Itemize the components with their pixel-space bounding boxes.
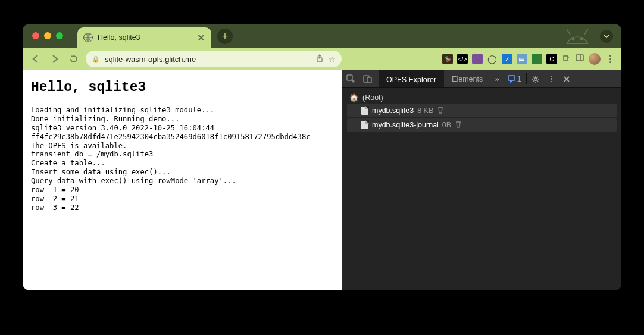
tab-search-button[interactable] [600,30,613,43]
opfs-file-row[interactable]: mydb.sqlite38 KB [347,104,617,117]
browser-tab-active[interactable]: Hello, sqlite3 [77,27,211,48]
globe-icon [83,33,93,42]
address-bar[interactable]: 🔒 sqlite-wasm-opfs.glitch.me ☆ [86,51,342,67]
devtools-settings-button[interactable] [528,70,543,87]
close-tab-button[interactable] [197,33,205,42]
file-size: 8 KB [417,107,433,115]
devtools-menu-button[interactable] [543,70,559,87]
ext-blue-check[interactable]: ✓ [502,54,512,64]
opfs-root-node[interactable]: 🏠 (Root) [347,92,617,103]
opfs-file-row[interactable]: mydb.sqlite3-journal0B [347,118,617,132]
file-size: 0B [442,121,451,129]
rendered-page: Hello, sqlite3 Loading and initializing … [23,70,342,290]
minimize-window-button[interactable] [44,32,51,39]
devtools-tab-elements[interactable]: Elements [444,70,490,87]
svg-point-11 [534,77,537,80]
opfs-tree: 🏠 (Root) mydb.sqlite38 KBmydb.sqlite3-jo… [342,88,621,135]
new-tab-button[interactable]: + [217,29,233,44]
forward-button[interactable] [48,52,62,66]
reload-button[interactable] [67,52,81,66]
devtools-panel: OPFS Explorer Elements » 1 [342,70,621,290]
extensions-button[interactable] [561,53,571,65]
svg-rect-9 [367,77,371,83]
inspect-element-button[interactable] [342,70,359,87]
svg-line-1 [584,30,587,35]
delete-file-button[interactable] [455,120,462,130]
ext-black-c[interactable]: C [546,54,557,64]
more-tabs-button[interactable]: » [490,70,504,87]
devtools-tabbar: OPFS Explorer Elements » 1 [342,70,621,88]
ext-hotel[interactable]: 🛏 [517,54,527,64]
file-name: mydb.sqlite3-journal [372,121,439,129]
side-panel-button[interactable] [575,53,584,65]
close-window-button[interactable] [32,32,39,39]
android-logo [562,27,593,45]
ext-duckduckgo[interactable]: 🦆 [442,54,453,64]
url-text: sqlite-wasm-opfs.glitch.me [105,55,311,64]
file-name: mydb.sqlite3 [372,107,414,115]
share-icon[interactable] [315,54,324,64]
device-toolbar-button[interactable] [359,70,376,87]
maximize-window-button[interactable] [56,32,63,39]
bookmark-icon[interactable]: ☆ [329,55,336,64]
tab-strip: Hello, sqlite3 + [23,24,621,48]
browser-toolbar: 🔒 sqlite-wasm-opfs.glitch.me ☆ 🦆</>◯✓🛏C [23,48,621,70]
console-output: Loading and initializing sqlite3 module.… [31,106,334,212]
window-controls [32,32,63,39]
page-heading: Hello, sqlite3 [31,80,334,95]
lock-icon: 🔒 [92,55,100,63]
profile-avatar[interactable] [589,53,601,65]
ext-circle[interactable]: ◯ [487,54,498,64]
file-icon [361,121,368,129]
back-button[interactable] [29,52,43,66]
devtools-tab-opfs[interactable]: OPFS Explorer [379,70,444,87]
ext-purple[interactable] [472,54,483,64]
console-messages-badge[interactable]: 1 [504,70,525,87]
root-label: (Root) [362,93,383,102]
home-icon: 🏠 [349,93,359,102]
svg-rect-10 [508,76,515,80]
delete-file-button[interactable] [437,106,444,115]
svg-rect-5 [576,55,583,61]
svg-line-0 [567,30,570,35]
file-icon [361,107,368,115]
browser-menu-button[interactable] [605,55,615,63]
svg-point-3 [580,39,582,40]
svg-point-2 [573,39,574,40]
tab-title: Hello, sqlite3 [98,33,192,42]
devtools-close-button[interactable] [559,70,574,87]
extensions-area: 🦆</>◯✓🛏C [442,53,615,65]
ext-green[interactable] [532,54,542,64]
content-area: Hello, sqlite3 Loading and initializing … [23,70,621,290]
browser-window: Hello, sqlite3 + [23,24,621,290]
ext-devtools-mode[interactable]: </> [457,54,468,64]
